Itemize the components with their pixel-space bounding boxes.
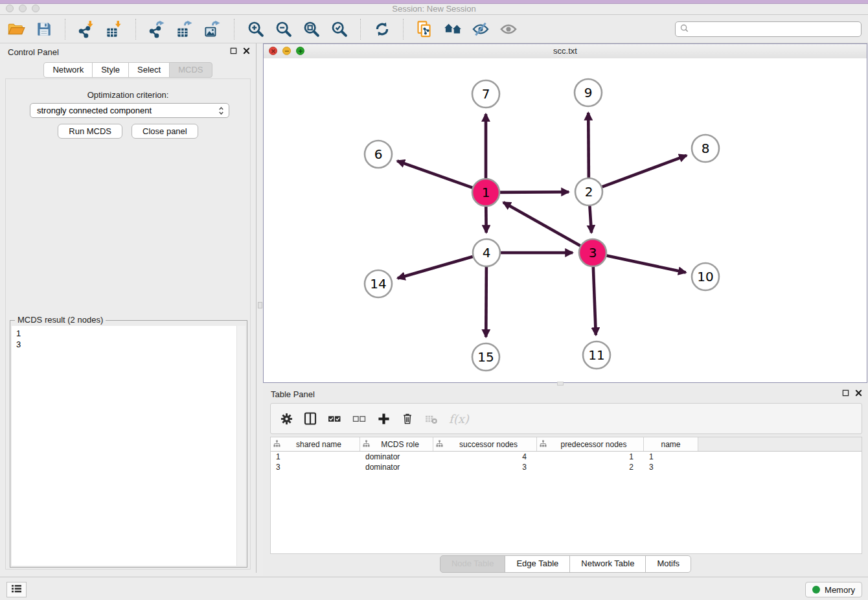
edge-4-14[interactable] — [398, 257, 473, 278]
zoom-out-icon[interactable] — [274, 19, 293, 40]
close-panel-icon[interactable] — [243, 47, 250, 54]
export-network-icon[interactable] — [148, 19, 167, 40]
node-label-14: 14 — [370, 276, 386, 292]
table-cell: 2 — [537, 462, 644, 472]
mcds-panel: Optimization criterion: strongly connect… — [5, 78, 251, 570]
toolbar-separator — [135, 19, 137, 40]
add-column-icon[interactable] — [377, 411, 390, 426]
edge-3-10[interactable] — [607, 256, 686, 273]
table-panel: Table Panel f(x) shared nameMCDS rolesuc… — [263, 386, 868, 576]
mcds-result-text[interactable]: 13 — [12, 326, 246, 566]
node-label-1: 1 — [482, 185, 490, 200]
node-label-7: 7 — [482, 86, 490, 102]
search-box[interactable] — [675, 21, 862, 37]
edge-1-6[interactable] — [397, 161, 472, 187]
column-header-name[interactable]: name — [644, 437, 698, 451]
zoom-selected-icon[interactable] — [330, 19, 349, 40]
save-session-icon[interactable] — [34, 19, 54, 40]
column-layout-icon[interactable] — [304, 411, 317, 426]
table-cell: 3 — [433, 462, 537, 472]
clear-selection-icon[interactable] — [352, 411, 366, 426]
node-label-6: 6 — [374, 146, 383, 162]
network-window-titlebar[interactable]: scc.txt — [264, 44, 867, 59]
zoom-fit-icon[interactable] — [302, 19, 321, 40]
edge-2-3[interactable] — [589, 206, 591, 233]
edge-1-2[interactable] — [500, 192, 569, 192]
close-panel-button[interactable]: Close panel — [131, 124, 198, 139]
zoom-in-icon[interactable] — [246, 19, 266, 40]
column-tree-icon — [436, 440, 443, 449]
memory-button-label: Memory — [825, 585, 855, 595]
node-table-body: 1dominator4113dominator323 — [271, 452, 862, 472]
export-image-icon[interactable] — [203, 19, 223, 40]
show-graphics-icon[interactable] — [499, 19, 518, 40]
table-row[interactable]: 3dominator323 — [271, 462, 862, 472]
tab-style[interactable]: Style — [92, 62, 129, 78]
list-icon — [10, 584, 23, 596]
tab-edge-table[interactable]: Edge Table — [505, 555, 570, 573]
column-header-shared-name[interactable]: shared name — [271, 437, 360, 451]
refresh-icon[interactable] — [372, 19, 392, 40]
tab-mcds[interactable]: MCDS — [169, 62, 212, 78]
edge-2-9[interactable] — [588, 113, 589, 178]
network-canvas[interactable]: 1234678910111415 — [264, 58, 867, 382]
tab-network[interactable]: Network — [43, 62, 93, 78]
select-all-icon[interactable] — [328, 411, 341, 426]
copy-network-icon[interactable] — [415, 19, 435, 40]
edge-3-11[interactable] — [593, 267, 596, 335]
search-icon — [680, 23, 689, 35]
column-header-MCDS-role[interactable]: MCDS role — [360, 437, 433, 451]
mcds-result-box: MCDS result (2 nodes) 13 — [10, 320, 247, 568]
node-label-8: 8 — [702, 141, 710, 156]
close-table-panel-icon[interactable] — [855, 389, 862, 397]
edge-4-15[interactable] — [486, 267, 486, 337]
toolbar-separator — [403, 19, 404, 40]
table-cell: 1 — [644, 452, 698, 462]
table-cell: 3 — [271, 462, 360, 472]
table-settings-icon[interactable] — [280, 411, 293, 426]
result-scrollbar[interactable] — [236, 326, 246, 566]
network-overview-icon[interactable] — [443, 19, 463, 40]
node-label-4: 4 — [483, 245, 491, 260]
header-filler — [698, 437, 862, 451]
titlebar: Session: New Session — [0, 0, 868, 15]
result-line: 1 — [16, 328, 246, 339]
table-toolbar: f(x) — [270, 403, 862, 434]
import-network-icon[interactable] — [77, 19, 97, 40]
toolbar-separator — [234, 19, 235, 40]
tab-node-table[interactable]: Node Table — [440, 555, 506, 573]
memory-button[interactable]: Memory — [805, 582, 862, 597]
run-mcds-button[interactable]: Run MCDS — [58, 124, 122, 139]
search-input[interactable] — [692, 23, 856, 34]
node-label-10: 10 — [697, 269, 713, 284]
delete-column-icon[interactable] — [401, 411, 414, 426]
column-tree-icon — [363, 440, 370, 449]
column-header-successor-nodes[interactable]: successor nodes — [433, 437, 537, 451]
hide-details-icon[interactable] — [471, 19, 490, 40]
import-table-icon[interactable] — [105, 19, 124, 40]
criterion-select[interactable]: strongly connected component — [30, 103, 229, 118]
edge-2-8[interactable] — [602, 156, 687, 187]
splitter-handle-vertical[interactable] — [258, 302, 262, 308]
tab-network-table[interactable]: Network Table — [569, 555, 646, 573]
table-cell: dominator — [360, 452, 433, 462]
tab-select[interactable]: Select — [128, 62, 170, 78]
toolbar-separator — [360, 19, 361, 40]
open-file-icon[interactable] — [6, 19, 26, 40]
node-label-15: 15 — [477, 349, 494, 365]
table-cell: dominator — [360, 462, 433, 472]
tab-motifs[interactable]: Motifs — [645, 555, 691, 573]
select-stepper-icon — [218, 106, 224, 121]
float-panel-icon[interactable] — [230, 47, 237, 54]
column-header-predecessor-nodes[interactable]: predecessor nodes — [537, 437, 644, 451]
float-table-panel-icon[interactable] — [842, 389, 849, 397]
table-row[interactable]: 1dominator411 — [271, 452, 862, 462]
toolbar-icons — [6, 19, 518, 40]
node-label-9: 9 — [584, 85, 593, 100]
column-tree-icon — [540, 440, 547, 449]
task-history-button[interactable] — [6, 582, 27, 597]
export-table-icon[interactable] — [176, 19, 195, 40]
edge-3-1[interactable] — [503, 202, 580, 246]
node-label-2: 2 — [585, 184, 593, 200]
cytoscape-app: Session: New Session Control Panel Netwo… — [0, 0, 868, 600]
